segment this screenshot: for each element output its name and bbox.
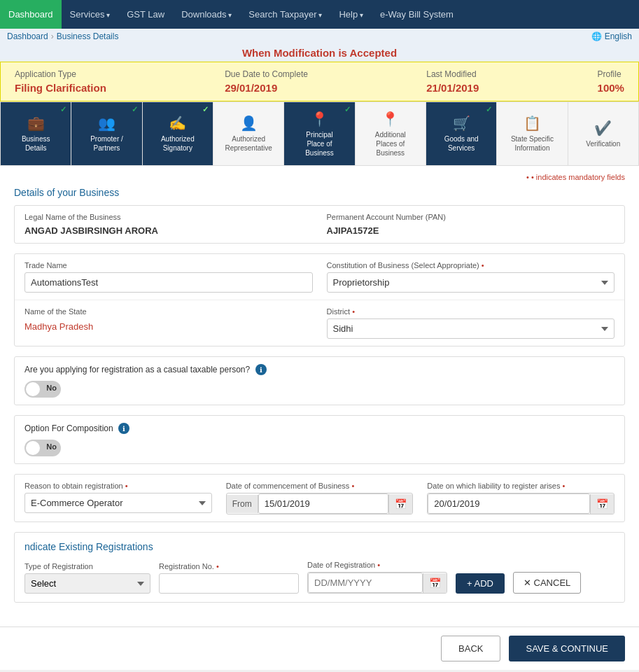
- step4-icon: 👤: [240, 115, 258, 132]
- reason-label: Reason to obtain registration •: [24, 482, 212, 490]
- casual-info-icon: ℹ: [255, 364, 267, 375]
- pan-value: AJIPA1572E: [327, 225, 615, 236]
- nav-gst-law[interactable]: GST Law: [118, 0, 173, 29]
- section-title: Details of your Business: [14, 187, 625, 198]
- existing-registrations-section: ndicate Existing Registrations Type of R…: [14, 532, 625, 603]
- state-value: Madhya Pradesh: [24, 321, 313, 332]
- pan-label: Permanent Account Number (PAN): [327, 213, 615, 221]
- reason-select[interactable]: E-Commerce Operator: [24, 493, 212, 513]
- last-modified-label: Last Modified: [426, 69, 479, 79]
- profile-label: Profile: [598, 69, 624, 79]
- step6-label: AdditionalPlaces ofBusiness: [375, 130, 406, 158]
- mandatory-star: •: [526, 173, 529, 181]
- casual-toggle-container[interactable]: No: [24, 381, 615, 398]
- step2-label: Promoter /Partners: [90, 134, 123, 153]
- date-commence-calendar-icon[interactable]: 📅: [388, 494, 412, 514]
- reg-date-input[interactable]: [308, 573, 423, 593]
- step7-label: Goods andServices: [444, 134, 479, 153]
- reg-date-calendar-icon[interactable]: 📅: [423, 573, 447, 593]
- state-group: Name of the State Madhya Pradesh: [24, 307, 313, 339]
- step-state-specific[interactable]: 📋 State SpecificInformation: [497, 102, 568, 165]
- reg-no-group: Registration No. •: [159, 562, 299, 594]
- breadcrumb: Dashboard › Business Details: [7, 31, 118, 41]
- from-label: From: [227, 495, 258, 513]
- existing-reg-title: ndicate Existing Registrations: [24, 541, 615, 552]
- step-promoter-partners[interactable]: ✓ 👥 Promoter /Partners: [71, 102, 142, 165]
- casual-taxable-card: Are you applying for registration as a c…: [14, 356, 625, 405]
- nav-dashboard[interactable]: Dashboard: [0, 0, 62, 29]
- step-verification[interactable]: ✔️ Verification: [568, 102, 638, 165]
- legal-pan-card: Legal Name of the Business ANGAD JASBIRS…: [14, 205, 625, 244]
- composition-toggle-label: No: [46, 442, 57, 451]
- step3-check: ✓: [202, 105, 209, 114]
- step1-label: BusinessDetails: [22, 134, 50, 153]
- info-bar: Application Type Filing Clarification Du…: [0, 62, 639, 102]
- trade-constitution-row: Trade Name Constitution of Business (Sel…: [15, 254, 624, 300]
- trade-name-group: Trade Name: [24, 261, 313, 293]
- step5-label: PrincipalPlace ofBusiness: [305, 130, 334, 158]
- casual-toggle-label: No: [46, 384, 57, 392]
- nav-services[interactable]: Services: [62, 0, 119, 29]
- mandatory-note: • • indicates mandatory fields: [14, 173, 625, 181]
- cancel-button[interactable]: ✕ CANCEL: [513, 572, 581, 594]
- composition-toggle-container[interactable]: No: [24, 440, 615, 456]
- casual-toggle[interactable]: No: [24, 381, 61, 398]
- step-business-details[interactable]: ✓ 💼 BusinessDetails: [1, 102, 71, 165]
- step8-icon: 📋: [524, 115, 541, 132]
- composition-info-icon: ℹ: [118, 423, 129, 434]
- trade-constitution-card: Trade Name Constitution of Business (Sel…: [14, 253, 625, 346]
- step5-icon: 📍: [311, 111, 328, 127]
- district-label: District •: [327, 307, 615, 316]
- constitution-group: Constitution of Business (Select Appropr…: [327, 261, 615, 293]
- step3-icon: ✍️: [169, 115, 186, 132]
- footer-bar: BACK SAVE & CONTINUE: [0, 626, 639, 670]
- nav-search-taxpayer[interactable]: Search Taxpayer: [240, 0, 330, 29]
- back-button[interactable]: BACK: [441, 636, 500, 662]
- breadcrumb-home[interactable]: Dashboard: [7, 31, 48, 41]
- step-authorized-representative[interactable]: 👤 AuthorizedRepresentative: [213, 102, 284, 165]
- language-selector[interactable]: 🌐 English: [591, 31, 632, 41]
- app-type-value: Filing Clarification: [15, 82, 106, 94]
- step7-icon: 🛒: [453, 115, 470, 132]
- nav-help[interactable]: Help: [330, 0, 372, 29]
- date-commence-wrap: From 📅: [226, 493, 414, 514]
- date-liability-input[interactable]: [428, 493, 590, 514]
- nav-eway[interactable]: e-Way Bill System: [372, 0, 462, 29]
- reg-no-input[interactable]: [159, 573, 299, 594]
- step7-check: ✓: [486, 105, 492, 114]
- step8-label: State SpecificInformation: [511, 134, 554, 153]
- composition-card: Option For Composition ℹ No: [14, 415, 625, 464]
- pan-group: Permanent Account Number (PAN) AJIPA1572…: [327, 213, 615, 236]
- reg-type-select[interactable]: Select: [24, 573, 150, 594]
- nav-downloads[interactable]: Downloads: [173, 0, 240, 29]
- date-liability-calendar-icon[interactable]: 📅: [590, 494, 614, 514]
- casual-toggle-knob: [26, 382, 40, 396]
- wizard-steps: ✓ 💼 BusinessDetails ✓ 👥 Promoter /Partne…: [0, 102, 639, 166]
- composition-toggle[interactable]: No: [24, 440, 61, 456]
- mandatory-text: • indicates mandatory fields: [531, 173, 625, 181]
- trade-name-input[interactable]: [24, 272, 313, 293]
- constitution-select[interactable]: Proprietorship: [327, 272, 615, 293]
- date-commence-input[interactable]: [258, 493, 389, 514]
- reason-group: Reason to obtain registration • E-Commer…: [24, 482, 212, 514]
- add-button[interactable]: + ADD: [456, 573, 505, 594]
- step-goods-services[interactable]: ✓ 🛒 Goods andServices: [426, 102, 497, 165]
- step9-icon: ✔️: [594, 120, 612, 136]
- existing-reg-row: Type of Registration Select Registration…: [24, 561, 615, 594]
- step1-check: ✓: [60, 105, 66, 114]
- state-label: Name of the State: [24, 307, 313, 316]
- step-authorized-signatory[interactable]: ✓ ✍️ AuthorizedSignatory: [143, 102, 213, 165]
- state-district-row: Name of the State Madhya Pradesh Distric…: [15, 300, 624, 346]
- district-select[interactable]: Sidhi: [327, 318, 615, 339]
- save-continue-button[interactable]: SAVE & CONTINUE: [509, 636, 625, 662]
- reg-date-group: Date of Registration • 📅: [307, 561, 447, 594]
- step-principal-place[interactable]: ✓ 📍 PrincipalPlace ofBusiness: [284, 102, 355, 165]
- step-additional-places[interactable]: 📍 AdditionalPlaces ofBusiness: [356, 102, 426, 165]
- legal-name-group: Legal Name of the Business ANGAD JASBIRS…: [24, 213, 313, 236]
- step3-label: AuthorizedSignatory: [161, 134, 195, 153]
- constitution-required: •: [482, 261, 484, 270]
- legal-pan-row: Legal Name of the Business ANGAD JASBIRS…: [15, 206, 624, 243]
- step6-icon: 📍: [381, 111, 399, 127]
- reg-no-label: Registration No. •: [159, 562, 299, 570]
- step2-check: ✓: [132, 105, 138, 114]
